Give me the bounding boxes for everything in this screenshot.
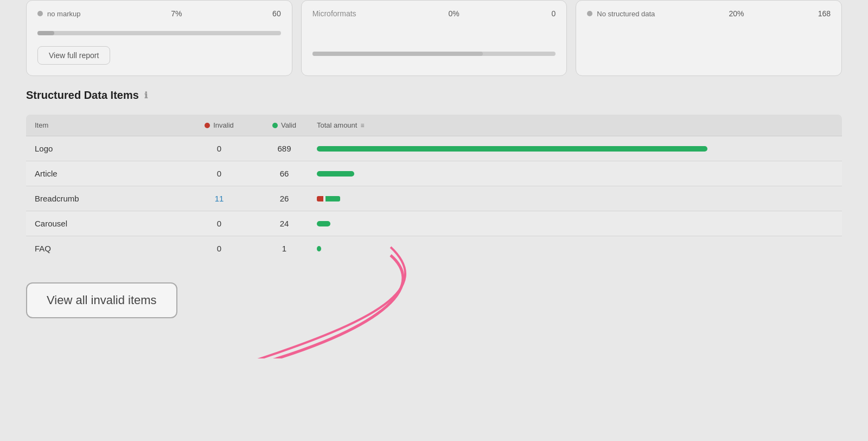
col-header-item: Item — [35, 121, 187, 129]
col-item-label: Item — [35, 121, 48, 129]
no-structured-count: 168 — [818, 9, 831, 18]
cell-invalid-logo: 0 — [187, 144, 252, 153]
sort-icon: ≡ — [360, 122, 364, 129]
card-microformats: Microformats 0% 0 — [301, 0, 567, 76]
no-markup-progress-fill — [37, 31, 54, 35]
cell-invalid-breadcrumb[interactable]: 11 — [187, 194, 252, 203]
table-body: Logo 0 689 Article 0 66 Breadcrumb 11 — [26, 136, 842, 261]
card-no-structured: No structured data 20% 168 — [576, 0, 842, 76]
view-all-invalid-button[interactable]: View all invalid items — [26, 282, 177, 318]
invalid-legend-dot — [205, 123, 210, 128]
cell-valid-breadcrumb: 26 — [252, 194, 317, 203]
bar-invalid-breadcrumb — [317, 196, 323, 201]
page-wrapper: no markup 7% 60 View full report Microfo… — [0, 0, 868, 441]
col-header-invalid: Invalid — [187, 121, 252, 129]
col-header-total[interactable]: Total amount ≡ — [317, 121, 833, 129]
section-title-text: Structured Data Items — [26, 89, 139, 102]
cell-invalid-article: 0 — [187, 169, 252, 178]
card-no-markup: no markup 7% 60 View full report — [26, 0, 292, 76]
valid-legend-dot — [272, 123, 278, 128]
cell-bar-carousel — [317, 221, 833, 226]
section-title: Structured Data Items ℹ — [0, 89, 868, 102]
cell-bar-breadcrumb — [317, 196, 833, 201]
col-header-valid: Valid — [252, 121, 317, 129]
table-row: Article 0 66 — [26, 161, 842, 186]
microformats-progress-fill — [312, 52, 483, 56]
card-label: no markup — [37, 10, 80, 18]
cell-bar-article — [317, 171, 833, 177]
no-structured-pct: 20% — [729, 9, 744, 18]
top-cards-row: no markup 7% 60 View full report Microfo… — [0, 0, 868, 76]
cell-valid-article: 66 — [252, 169, 317, 178]
bar-valid-faq — [317, 246, 321, 251]
bar-valid-article — [317, 171, 354, 177]
card-top-row: no markup 7% 60 — [37, 9, 281, 18]
bar-valid-logo — [317, 146, 707, 152]
cell-item-breadcrumb: Breadcrumb — [35, 194, 187, 203]
no-structured-label: No structured data — [597, 10, 655, 18]
col-invalid-label: Invalid — [213, 121, 234, 129]
table-row: Carousel 0 24 — [26, 211, 842, 236]
no-structured-label-row: No structured data — [587, 10, 655, 18]
table-header: Item Invalid Valid Total amount ≡ — [26, 115, 842, 136]
microformats-label: Microformats — [312, 9, 356, 18]
bar-valid-breadcrumb — [326, 196, 340, 201]
bottom-action-area: View all invalid items — [0, 272, 868, 318]
table-row: Breadcrumb 11 26 — [26, 186, 842, 211]
no-markup-count: 60 — [272, 9, 281, 18]
bar-valid-carousel — [317, 221, 330, 226]
no-structured-top-row: No structured data 20% 168 — [587, 9, 831, 18]
no-markup-progress-bg — [37, 31, 281, 35]
no-markup-dot — [37, 11, 43, 16]
view-full-report-button[interactable]: View full report — [37, 46, 110, 65]
info-icon[interactable]: ℹ — [144, 90, 148, 100]
cell-valid-logo: 689 — [252, 144, 317, 153]
cell-item-logo: Logo — [35, 144, 187, 153]
cell-valid-carousel: 24 — [252, 219, 317, 228]
microformats-count: 0 — [552, 9, 556, 18]
data-table-container: Item Invalid Valid Total amount ≡ Logo 0… — [26, 115, 842, 261]
microformats-pct: 0% — [448, 9, 459, 18]
microformats-top-row: Microformats 0% 0 — [312, 9, 556, 18]
cell-bar-faq — [317, 246, 833, 251]
cell-item-carousel: Carousel — [35, 219, 187, 228]
table-row: FAQ 0 1 — [26, 236, 842, 261]
cell-bar-logo — [317, 146, 833, 152]
no-markup-label: no markup — [47, 10, 80, 18]
cell-invalid-faq: 0 — [187, 244, 252, 253]
table-row: Logo 0 689 — [26, 136, 842, 161]
microformats-progress-bg — [312, 52, 556, 56]
no-structured-dot — [587, 11, 592, 16]
col-valid-label: Valid — [281, 121, 296, 129]
cell-item-article: Article — [35, 169, 187, 178]
cell-invalid-carousel: 0 — [187, 219, 252, 228]
no-markup-pct: 7% — [171, 9, 182, 18]
col-total-label: Total amount — [317, 121, 357, 129]
cell-item-faq: FAQ — [35, 244, 187, 253]
cell-valid-faq: 1 — [252, 244, 317, 253]
